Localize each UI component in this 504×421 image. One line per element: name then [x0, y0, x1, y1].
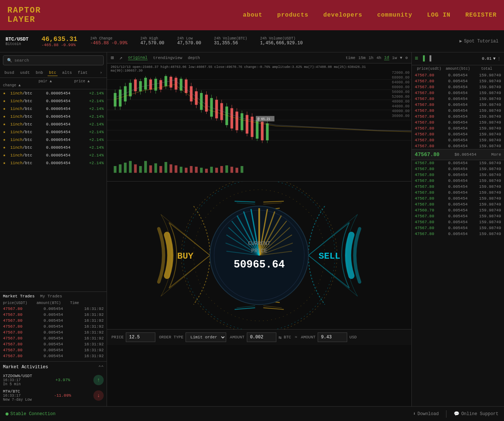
ob-settings-icon[interactable]: ⋮ — [497, 56, 501, 61]
ob-bid-row[interactable]: 47567.80 0.005454 159.98749 — [412, 219, 504, 225]
nav-products[interactable]: products — [277, 12, 308, 18]
nav-login[interactable]: LOG IN — [427, 12, 451, 18]
ob-ask-row[interactable]: 47567.80 0.005454 159.98749 — [412, 102, 504, 108]
increment-dropdown-icon[interactable]: ▼ — [493, 56, 496, 61]
tab-1w[interactable]: 1w — [392, 56, 397, 60]
nav-register[interactable]: REGISTER — [465, 12, 497, 18]
ob-bid-row[interactable]: 47567.80 0.005454 159.98749 — [412, 213, 504, 219]
ob-bid-total: 159.98749 — [472, 161, 501, 165]
ob-ask-row[interactable]: 47567.80 0.005454 159.98749 — [412, 72, 504, 78]
ob-bid-total: 159.98749 — [472, 184, 501, 189]
ob-ask-row[interactable]: 47567.80 0.005454 159.98749 — [412, 137, 504, 143]
pair-row[interactable]: ★ 1inch/btc 0.00005454 +2.14% — [0, 151, 107, 159]
search-input[interactable] — [14, 58, 100, 63]
support-link[interactable]: 💬 Online Support — [454, 411, 498, 417]
ob-bid-row[interactable]: 47567.80 0.005454 159.98749 — [412, 231, 504, 237]
filter-bnb[interactable]: bnb — [34, 70, 45, 76]
ob-bid-price: 47567.80 — [415, 161, 443, 165]
tab-1h[interactable]: 1h — [369, 56, 373, 60]
ob-bid-row[interactable]: 47567.80 0.005454 159.98749 — [412, 196, 504, 201]
star-icon[interactable]: ★ — [3, 137, 10, 142]
ob-ask-row[interactable]: 47567.80 0.005454 159.98749 — [412, 131, 504, 137]
time-dropdown-icon[interactable]: ▼ — [400, 56, 403, 60]
filter-alts[interactable]: alts — [61, 70, 73, 76]
ob-bid-row[interactable]: 47567.80 0.005454 159.98749 — [412, 190, 504, 196]
ob-view-both-icon[interactable]: ≡ — [415, 55, 418, 62]
ob-bid-total: 159.98749 — [472, 190, 501, 195]
star-icon[interactable]: ★ — [3, 114, 10, 119]
ob-ask-row[interactable]: 47567.80 0.005454 159.98749 — [412, 143, 504, 149]
ob-more-link[interactable]: More — [491, 152, 501, 157]
ob-bid-row[interactable]: 47567.80 0.005454 159.98749 — [412, 166, 504, 172]
pair-name-cell: 1inch/btc — [10, 107, 42, 111]
star-icon[interactable]: ★ — [3, 106, 10, 111]
ob-ask-row[interactable]: 47567.80 0.005454 159.98749 — [412, 108, 504, 114]
pair-row[interactable]: ★ 1inch/btc 0.00005454 +2.14% — [0, 136, 107, 144]
pair-row[interactable]: ★ 1inch/btc 0.00005454 +2.14% — [0, 89, 107, 97]
ob-ask-row[interactable]: 47567.80 0.005454 159.98749 — [412, 125, 504, 131]
tab-depth[interactable]: depth — [188, 56, 200, 60]
svg-text:CURRENT: CURRENT — [248, 241, 270, 246]
ob-ask-row[interactable]: 47567.80 0.005454 159.98749 — [412, 84, 504, 90]
filter-fiat[interactable]: fiat — [76, 70, 89, 76]
pair-row[interactable]: ★ 1inch/btc 0.00005454 +2.14% — [0, 97, 107, 105]
ob-ask-row[interactable]: 47567.80 0.005454 159.98749 — [412, 120, 504, 125]
search-box[interactable]: 🔍 — [3, 55, 104, 65]
star-icon[interactable]: ★ — [3, 145, 10, 150]
ob-bid-row[interactable]: 47567.80 0.005454 159.98749 — [412, 225, 504, 231]
spot-tutorial-button[interactable]: ▶ Spot Tutorial — [459, 38, 498, 44]
tab-time[interactable]: time — [346, 56, 355, 60]
tab-trendingview[interactable]: trendingview — [153, 56, 182, 60]
ob-ask-price: 47567.80 — [415, 103, 443, 107]
pair-row[interactable]: ★ 1inch/btc 0.00005454 +2.14% — [0, 128, 107, 136]
ob-bid-row[interactable]: 47567.80 0.005454 159.98749 — [412, 184, 504, 190]
ob-bid-row[interactable]: 47567.80 0.005454 159.98749 — [412, 201, 504, 207]
collapse-icon[interactable]: ⌃⌃ — [99, 365, 104, 370]
ob-ask-row[interactable]: 47567.80 0.005454 159.98749 — [412, 114, 504, 120]
tab-original[interactable]: original — [128, 55, 148, 60]
tab-market-trades[interactable]: Market Trades — [3, 294, 35, 299]
star-icon[interactable]: ★ — [3, 160, 10, 166]
ob-ask-row[interactable]: 47567.80 0.005454 159.98749 — [412, 96, 504, 102]
filter-usdt[interactable]: usdt — [18, 70, 31, 76]
grid-icon[interactable]: ⊞ — [111, 55, 114, 61]
star-icon[interactable]: ★ — [3, 98, 10, 104]
filter-btc[interactable]: btc — [48, 70, 58, 76]
total-input[interactable] — [318, 332, 347, 342]
star-icon[interactable]: ★ — [3, 129, 10, 135]
nav-community[interactable]: community — [377, 12, 412, 18]
star-icon[interactable]: ★ — [3, 152, 10, 158]
amount-input[interactable] — [247, 332, 276, 342]
pair-row[interactable]: ★ 1inch/btc 0.00005454 +2.14% — [0, 120, 107, 128]
ob-bid-row[interactable]: 47567.80 0.005454 159.98749 — [412, 160, 504, 166]
ob-view-asks-icon[interactable]: ▐ — [421, 55, 425, 62]
nav-about[interactable]: about — [243, 12, 262, 18]
pair-row[interactable]: ★ 1inch/btc 0.00005454 +2.14% — [0, 144, 107, 151]
expand-icon[interactable]: ↗ — [119, 55, 122, 61]
tab-4h[interactable]: 4h — [376, 56, 381, 60]
tab-15m[interactable]: 15m — [358, 56, 366, 60]
ob-bid-row[interactable]: 47567.80 0.005454 159.98749 — [412, 172, 504, 178]
tab-1d[interactable]: 1d — [384, 55, 389, 60]
ob-ask-price: 47567.80 — [415, 126, 443, 131]
ob-ask-row[interactable]: 47567.80 0.005454 159.98749 — [412, 90, 504, 96]
ob-view-bids-icon[interactable]: ▐ — [428, 55, 431, 62]
ob-ask-row[interactable]: 47567.80 0.005454 159.98749 — [412, 78, 504, 84]
swap-icon[interactable]: ⇆ — [279, 334, 282, 341]
star-icon[interactable]: ★ — [3, 90, 10, 96]
filter-more-arrow[interactable]: › — [98, 70, 104, 76]
chart-settings-icon[interactable]: ⚙ — [405, 55, 408, 60]
price-input[interactable] — [126, 332, 155, 342]
order-type-select[interactable]: Limit order Market order — [186, 332, 226, 342]
pair-row[interactable]: ★ 1inch/btc 0.00005454 +2.14% — [0, 105, 107, 113]
star-icon[interactable]: ★ — [3, 121, 10, 127]
pair-row[interactable]: ★ 1inch/btc 0.00005454 +2.14% — [0, 113, 107, 120]
pair-row[interactable]: ★ 1inch/btc 0.00005454 +2.14% — [0, 159, 107, 167]
tab-my-trades[interactable]: My Trades — [40, 294, 62, 299]
filter-busd[interactable]: busd — [3, 70, 15, 76]
ob-bid-row[interactable]: 47567.80 0.005454 159.98749 — [412, 178, 504, 184]
download-link[interactable]: ⬇ Download — [413, 411, 439, 417]
download-icon: ⬇ — [413, 411, 415, 417]
ob-bid-row[interactable]: 47560.70 0.005454 159.98749 — [412, 207, 504, 213]
nav-developers[interactable]: developers — [323, 12, 362, 18]
